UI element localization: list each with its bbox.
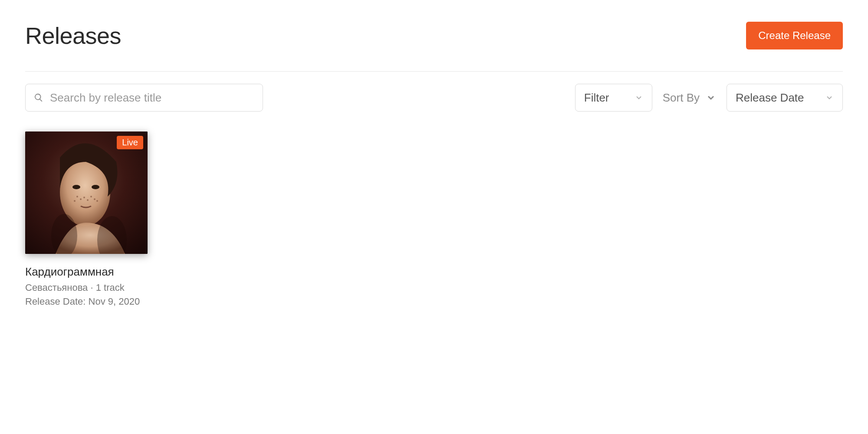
release-date: Release Date: Nov 9, 2020 bbox=[25, 296, 148, 307]
svg-point-3 bbox=[92, 185, 99, 189]
search-icon bbox=[34, 93, 43, 102]
meta-separator: · bbox=[90, 282, 95, 293]
sort-by-label: Sort By bbox=[663, 91, 700, 105]
search-wrap bbox=[25, 84, 263, 112]
search-input[interactable] bbox=[25, 84, 263, 112]
sort-by-toggle[interactable]: Sort By bbox=[663, 91, 716, 105]
filter-label: Filter bbox=[584, 91, 609, 105]
svg-point-10 bbox=[74, 200, 76, 202]
chevron-down-icon bbox=[635, 93, 643, 102]
svg-point-6 bbox=[83, 197, 85, 198]
svg-point-7 bbox=[87, 199, 89, 201]
sort-value-label: Release Date bbox=[736, 91, 804, 105]
svg-point-11 bbox=[96, 200, 98, 202]
page-title: Releases bbox=[25, 22, 121, 49]
release-cover[interactable]: Live bbox=[25, 132, 148, 254]
releases-grid: Live Кардиограммная Севастьянова · 1 tra… bbox=[25, 132, 843, 307]
status-badge: Live bbox=[117, 136, 143, 149]
release-track-count: 1 track bbox=[96, 282, 125, 293]
chevron-down-icon bbox=[825, 93, 834, 102]
svg-point-5 bbox=[80, 198, 82, 200]
release-artist: Севастьянова bbox=[25, 282, 88, 293]
divider bbox=[25, 71, 843, 72]
release-title: Кардиограммная bbox=[25, 265, 148, 279]
controls-row: Filter Sort By Release Date bbox=[25, 84, 843, 112]
cover-art-image bbox=[25, 132, 148, 254]
chevron-down-icon bbox=[706, 92, 716, 103]
sort-value-select[interactable]: Release Date bbox=[727, 84, 843, 112]
svg-point-8 bbox=[90, 196, 92, 197]
svg-point-4 bbox=[76, 196, 78, 197]
create-release-button[interactable]: Create Release bbox=[746, 22, 843, 49]
filter-select[interactable]: Filter bbox=[575, 84, 652, 112]
release-meta: Севастьянова · 1 track bbox=[25, 282, 148, 293]
svg-point-9 bbox=[94, 198, 95, 200]
release-card[interactable]: Live Кардиограммная Севастьянова · 1 tra… bbox=[25, 132, 148, 307]
svg-point-2 bbox=[72, 185, 80, 189]
